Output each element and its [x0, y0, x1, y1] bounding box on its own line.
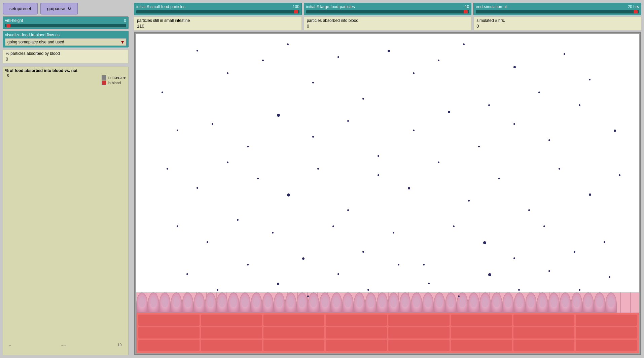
food-particle [619, 174, 620, 176]
food-particle [579, 104, 580, 106]
simulated-hrs-value: 0 [476, 24, 638, 29]
food-particle [247, 146, 249, 147]
food-particle [337, 273, 339, 275]
villi-height-value: 0 [124, 18, 126, 23]
blood-cell [326, 340, 387, 351]
intestine-swatch [102, 75, 106, 80]
villus [136, 292, 148, 313]
blood-legend-label: in blood [108, 81, 121, 85]
villus [319, 292, 331, 313]
initial-large-thumb[interactable] [464, 10, 468, 13]
food-particle [548, 270, 550, 272]
food-particle [538, 92, 540, 93]
food-particle [362, 251, 364, 253]
food-particle [262, 60, 264, 61]
chart-x-label-right: 10 [118, 343, 121, 347]
food-particle [287, 193, 290, 196]
blood-cell [138, 327, 200, 338]
blood-cell [326, 327, 387, 338]
food-particle [589, 79, 591, 80]
villi-height-track[interactable] [5, 24, 126, 27]
refresh-icon: ↻ [68, 6, 71, 11]
initial-large-track[interactable] [306, 10, 469, 13]
food-particle [488, 104, 490, 106]
villus [605, 292, 617, 313]
villus [182, 292, 193, 313]
go-pause-button[interactable]: go/pause ↻ [40, 3, 78, 14]
villus [216, 292, 228, 313]
blood-cell [576, 315, 637, 326]
food-particle [498, 178, 500, 179]
food-particle [513, 66, 516, 68]
initial-small-thumb[interactable] [294, 10, 298, 13]
stats-row: particles still in small intestine 110 p… [131, 16, 644, 32]
food-particle [337, 56, 339, 58]
villi-height-label: villi-height [5, 18, 23, 23]
food-particle [257, 178, 259, 179]
simulated-hrs-label: simulated # hrs. [476, 18, 638, 23]
villus [331, 292, 342, 313]
food-particle [513, 123, 515, 125]
food-particle [237, 219, 239, 221]
blood-cell [326, 315, 387, 326]
blood-cell [576, 327, 637, 338]
villus [445, 292, 457, 313]
food-particle [177, 225, 178, 227]
food-particle [217, 289, 218, 291]
food-particle [543, 225, 545, 227]
food-particle [604, 241, 605, 243]
food-particle [513, 257, 515, 259]
villus [365, 292, 377, 313]
villus [571, 292, 582, 313]
villus [422, 292, 434, 313]
food-particle [579, 289, 580, 291]
initial-small-track[interactable] [136, 10, 299, 13]
villus [171, 292, 182, 313]
villi-row [136, 292, 639, 313]
villus [525, 292, 537, 313]
blood-cell [388, 315, 450, 326]
food-particle [312, 82, 314, 83]
blood-cell [513, 315, 575, 326]
food-particle [589, 193, 591, 196]
food-particle [559, 168, 560, 170]
dropdown-container: visualize-food-in-blood-flow-as going so… [3, 31, 129, 47]
villus [251, 292, 262, 313]
intestine-layer [136, 292, 639, 313]
intestine-stat-value: 110 [137, 24, 299, 29]
food-particle [277, 114, 280, 117]
villus [193, 292, 205, 313]
villi-height-thumb[interactable] [6, 24, 10, 27]
villus [560, 292, 571, 313]
initial-large-slider: initial-#-large-food-particles 10 [304, 3, 472, 15]
blood-cell [201, 315, 262, 326]
food-particle [362, 98, 364, 100]
food-particle [488, 273, 491, 276]
villus [468, 292, 479, 313]
blood-cell [201, 327, 262, 338]
villus [514, 292, 525, 313]
food-particle [388, 50, 390, 52]
visualize-dropdown[interactable]: going someplace else and usedstaying in … [5, 38, 126, 46]
villus [205, 292, 216, 313]
villus [296, 292, 308, 313]
particles-absorbed-value: 0 [6, 57, 126, 62]
initial-small-value: 100 [293, 4, 299, 9]
blood-stat-value: 0 [307, 24, 469, 29]
villus [537, 292, 548, 313]
intestine-legend-label: in intestine [108, 75, 126, 79]
blood-cell [263, 327, 325, 338]
end-simulation-thumb[interactable] [634, 10, 638, 13]
food-particle [196, 187, 198, 189]
setup-reset-button[interactable]: setup/reset [3, 3, 38, 14]
end-simulation-value: 20 hrs [628, 4, 639, 9]
blood-layer [136, 313, 639, 353]
blood-cell [263, 315, 325, 326]
simulated-hrs-stat: simulated # hrs. 0 [473, 16, 641, 30]
end-simulation-track[interactable] [476, 10, 639, 13]
villus [548, 292, 560, 313]
villus [342, 292, 354, 313]
left-panel: setup/reset go/pause ↻ villi-height 0 vi… [0, 0, 131, 358]
right-area: initial-#-small-food-particles 100 initi… [131, 0, 644, 358]
blood-stat: particles absorbed into blood 0 [304, 16, 472, 30]
